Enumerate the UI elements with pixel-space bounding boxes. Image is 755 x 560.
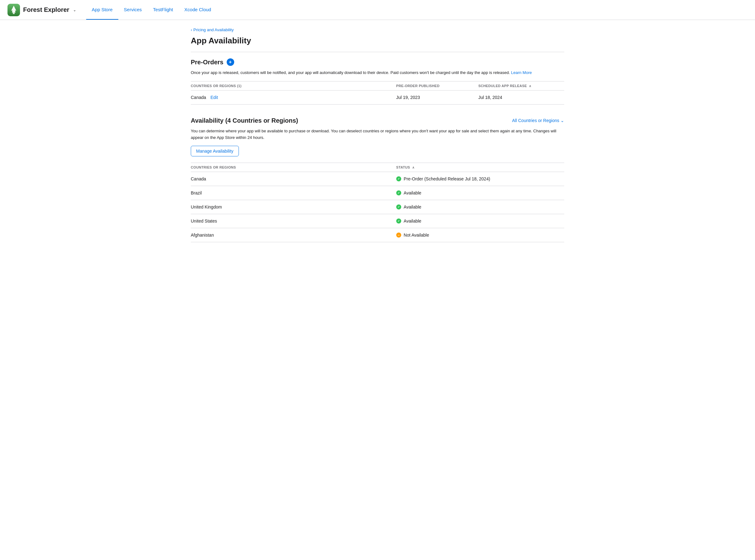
preorders-country-canada: Canada Edit [191, 90, 396, 104]
nav-item-testflight[interactable]: TestFlight [147, 0, 179, 20]
status-text-0: Pre-Order (Scheduled Release Jul 18, 202… [404, 176, 490, 181]
app-header: Forest Explorer ⌄ App Store Services Tes… [0, 0, 755, 20]
app-dropdown-chevron-icon: ⌄ [73, 8, 76, 12]
status-text-3: Available [404, 219, 421, 223]
main-nav: App Store Services TestFlight Xcode Clou… [86, 0, 217, 20]
nav-item-services[interactable]: Services [118, 0, 148, 20]
preorders-section: Pre-Orders Once your app is released, cu… [191, 58, 564, 104]
preorders-release-canada: Jul 18, 2024 [478, 90, 564, 104]
preorders-table: COUNTRIES OR REGIONS (1) PRE-ORDER PUBLI… [191, 81, 564, 104]
availability-country-3: United States [191, 214, 396, 228]
title-divider [191, 52, 564, 52]
all-countries-link[interactable]: All Countries or Regions ⌄ [512, 118, 564, 123]
preorders-col-release: SCHEDULED APP RELEASE ∧ [478, 81, 564, 90]
breadcrumb: ‹ Pricing and Availability [191, 27, 564, 32]
preorders-col-preorder: PRE-ORDER PUBLISHED [396, 81, 478, 90]
availability-status-1: Available [396, 186, 564, 200]
add-preorder-button[interactable] [227, 58, 234, 66]
status-dot-3 [396, 219, 401, 223]
availability-col-country: COUNTRIES OR REGIONS [191, 163, 396, 172]
breadcrumb-link[interactable]: Pricing and Availability [193, 27, 234, 32]
availability-status-4: Not Available [396, 228, 564, 242]
preorders-description: Once your app is released, customers wil… [191, 69, 564, 76]
preorders-edit-canada-link[interactable]: Edit [211, 95, 218, 100]
preorders-header: Pre-Orders [191, 58, 564, 66]
availability-country-4: Afghanistan [191, 228, 396, 242]
nav-item-xcode-cloud[interactable]: Xcode Cloud [179, 0, 217, 20]
status-dot-1 [396, 191, 401, 195]
availability-status-3: Available [396, 214, 564, 228]
availability-col-status: STATUS ∧ [396, 163, 564, 172]
availability-table: COUNTRIES OR REGIONS STATUS ∧ CanadaPre-… [191, 163, 564, 242]
availability-country-1: Brazil [191, 186, 396, 200]
preorders-table-header: COUNTRIES OR REGIONS (1) PRE-ORDER PUBLI… [191, 81, 564, 90]
availability-row-2: United KingdomAvailable [191, 200, 564, 214]
svg-rect-3 [13, 13, 15, 14]
status-dot-0 [396, 176, 401, 181]
availability-status-0: Pre-Order (Scheduled Release Jul 18, 202… [396, 172, 564, 186]
preorders-published-canada: Jul 19, 2023 [396, 90, 478, 104]
preorders-title: Pre-Orders [191, 59, 223, 66]
page-title: App Availability [191, 36, 564, 45]
availability-description: You can determine where your app will be… [191, 128, 564, 141]
breadcrumb-chevron-icon: ‹ [191, 27, 192, 32]
nav-item-app-store[interactable]: App Store [86, 0, 118, 20]
preorders-row-canada: Canada Edit Jul 19, 2023 Jul 18, 2024 [191, 90, 564, 104]
preorders-col-country: COUNTRIES OR REGIONS (1) [191, 81, 396, 90]
app-name-label: Forest Explorer [23, 6, 69, 14]
status-dot-2 [396, 204, 401, 209]
availability-status-2: Available [396, 200, 564, 214]
availability-row-1: BrazilAvailable [191, 186, 564, 200]
availability-row-3: United StatesAvailable [191, 214, 564, 228]
status-dot-4 [396, 233, 401, 238]
availability-country-2: United Kingdom [191, 200, 396, 214]
app-icon [7, 4, 20, 16]
availability-header-row: Availability (4 Countries or Regions) Al… [191, 117, 564, 124]
chevron-down-countries-icon: ⌄ [560, 118, 564, 123]
main-content: ‹ Pricing and Availability App Availabil… [181, 20, 574, 270]
availability-row-4: AfghanistanNot Available [191, 228, 564, 242]
preorders-learn-more-link[interactable]: Learn More [511, 70, 532, 75]
status-text-2: Available [404, 204, 421, 209]
sort-release-icon: ∧ [529, 84, 531, 88]
availability-section: Availability (4 Countries or Regions) Al… [191, 117, 564, 242]
sort-status-icon: ∧ [412, 166, 414, 169]
availability-table-header: COUNTRIES OR REGIONS STATUS ∧ [191, 163, 564, 172]
app-identity[interactable]: Forest Explorer ⌄ [7, 4, 76, 16]
availability-title: Availability (4 Countries or Regions) [191, 117, 298, 124]
status-text-1: Available [404, 191, 421, 195]
status-text-4: Not Available [404, 233, 429, 238]
manage-availability-button[interactable]: Manage Availability [191, 146, 239, 156]
availability-country-0: Canada [191, 172, 396, 186]
availability-row-0: CanadaPre-Order (Scheduled Release Jul 1… [191, 172, 564, 186]
